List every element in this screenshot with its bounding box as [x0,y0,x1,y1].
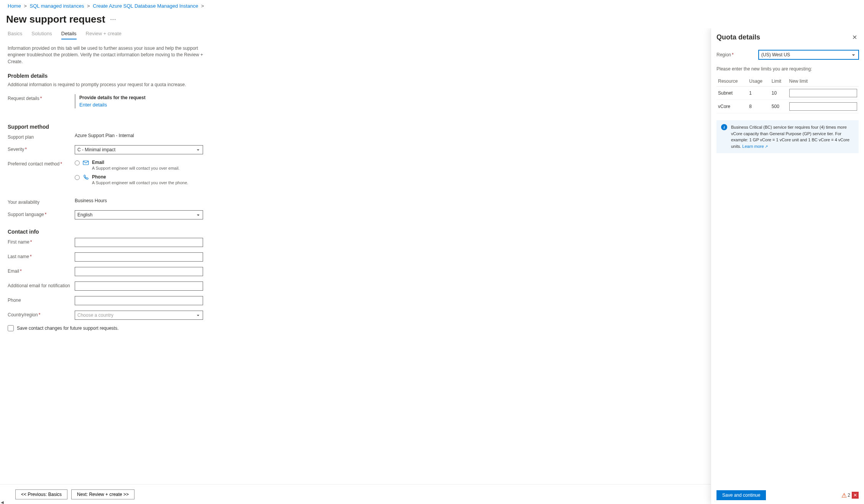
email-label: Email* [8,267,75,274]
tab-details[interactable]: Details [61,28,77,39]
support-plan-value: Azure Support Plan - Internal [75,133,134,138]
chevron-right-icon: > [87,3,90,9]
country-select[interactable]: Choose a country [75,311,203,320]
breadcrumb: Home > SQL managed instances > Create Az… [0,0,864,12]
breadcrumb-create-instance[interactable]: Create Azure SQL Database Managed Instan… [93,3,198,9]
contact-email-label: Email [92,160,180,165]
previous-button[interactable]: << Previous: Basics [15,489,67,499]
last-name-label: Last name* [8,252,75,259]
quota-details-panel: Quota details ✕ Region* (US) West US Ple… [711,28,864,504]
contact-phone-desc: A Support engineer will contact you over… [92,180,188,185]
breadcrumb-sql-managed-instances[interactable]: SQL managed instances [30,3,84,9]
phone-label: Phone [8,296,75,303]
contact-email-desc: A Support engineer will contact you over… [92,166,180,170]
cell-resource: Subnet [716,87,748,100]
phone-input[interactable] [75,296,203,305]
next-button[interactable]: Next: Review + create >> [71,489,134,499]
table-row: vCore 8 500 [716,100,859,113]
scroll-left-icon[interactable]: ◀ [0,500,5,504]
first-name-label: First name* [8,238,75,245]
severity-label: Severity* [8,145,75,152]
contact-method-label: Preferred contact method* [8,160,75,167]
external-link-icon: ↗ [765,144,768,149]
region-label: Region* [716,52,759,57]
availability-value: Business Hours [75,198,107,203]
save-continue-button[interactable]: Save and continue [716,490,766,500]
last-name-input[interactable] [75,252,203,262]
severity-select[interactable]: C - Minimal impact [75,145,203,154]
tab-solutions[interactable]: Solutions [31,28,52,39]
tab-review-create[interactable]: Review + create [86,28,122,39]
mail-icon [83,160,89,166]
additional-email-input[interactable] [75,281,203,291]
email-input[interactable] [75,267,203,276]
panel-instruction: Please enter the new limits you are requ… [716,66,859,72]
warning-badge[interactable]: ⚠ 2 [841,492,850,499]
breadcrumb-home[interactable]: Home [8,3,21,9]
request-details-label: Request details* [8,94,75,101]
panel-title: Quota details [716,33,760,41]
cell-usage: 1 [748,87,770,100]
cell-resource: vCore [716,100,748,113]
provide-details-title: Provide details for the request [79,95,146,100]
col-limit: Limit [770,76,788,87]
contact-phone-label: Phone [92,174,188,180]
save-contact-checkbox[interactable] [8,325,14,331]
quota-table: Resource Usage Limit New limit Subnet 1 … [716,76,859,113]
language-select[interactable]: English [75,210,203,219]
cell-usage: 8 [748,100,770,113]
enter-details-link[interactable]: Enter details [79,102,107,108]
region-select[interactable]: (US) West US [759,50,859,59]
support-plan-label: Support plan [8,133,75,140]
new-limit-input-vcore[interactable] [789,102,857,111]
language-label: Support language* [8,210,75,217]
chevron-right-icon: > [201,3,204,9]
status-icons: ⚠ 2 ✕ [841,492,859,499]
page-title: New support request [6,13,105,25]
learn-more-link[interactable]: Learn more↗ [742,144,767,149]
col-new-limit: New limit [788,76,859,87]
more-icon[interactable]: ⋯ [110,16,116,23]
close-icon[interactable]: ✕ [851,32,859,43]
intro-text: Information provided on this tab will be… [8,45,207,65]
info-box: i Business Critical (BC) service tier re… [716,120,859,153]
first-name-input[interactable] [75,238,203,247]
warning-icon: ⚠ [841,492,847,499]
warning-count: 2 [848,493,850,498]
phone-icon [83,174,89,180]
new-limit-input-subnet[interactable] [789,89,857,97]
availability-label: Your availability [8,198,75,205]
cell-limit: 10 [770,87,788,100]
tab-basics[interactable]: Basics [8,28,22,39]
table-row: Subnet 1 10 [716,87,859,100]
page-title-row: New support request ⋯ [0,12,864,28]
request-details-box: Provide details for the request Enter de… [75,94,146,108]
contact-email-radio[interactable] [75,160,80,165]
chevron-right-icon: > [24,3,27,9]
info-icon: i [721,124,727,130]
save-contact-label[interactable]: Save contact changes for future support … [17,326,119,331]
error-icon[interactable]: ✕ [852,492,859,499]
country-label: Country/region* [8,311,75,317]
col-resource: Resource [716,76,748,87]
cell-limit: 500 [770,100,788,113]
col-usage: Usage [748,76,770,87]
additional-email-label: Additional email for notification [8,281,75,288]
contact-phone-radio[interactable] [75,175,80,180]
